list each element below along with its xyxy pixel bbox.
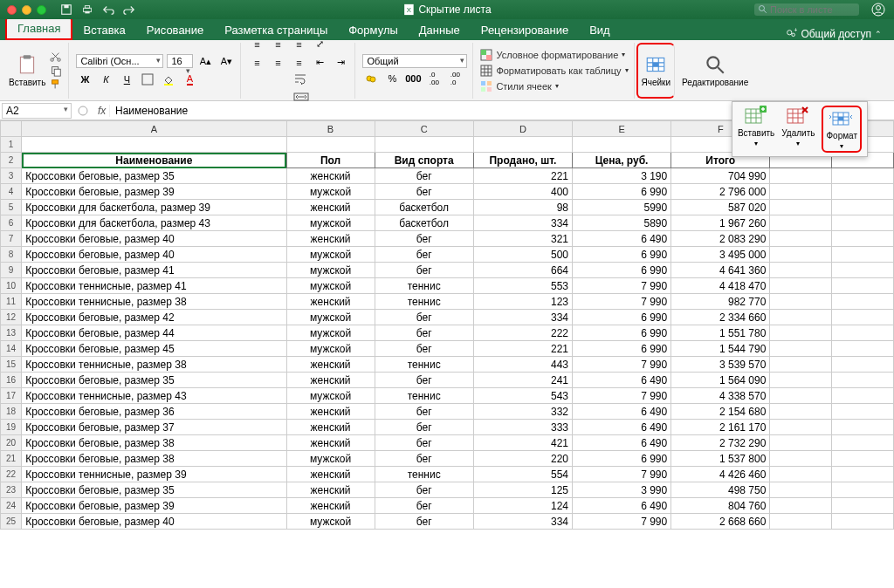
cell[interactable]: бег (375, 420, 473, 435)
cell[interactable]: 332 (473, 404, 572, 420)
row-header[interactable]: 18 (1, 404, 22, 420)
cell[interactable]: 500 (473, 247, 572, 263)
cell[interactable]: 1 967 260 (671, 215, 770, 231)
cell[interactable]: 400 (473, 184, 572, 200)
cell[interactable]: 1 551 780 (671, 325, 770, 341)
cell[interactable]: бег (375, 247, 473, 263)
cell[interactable]: Кроссовки беговые, размер 38 (22, 435, 286, 451)
row-header[interactable]: 20 (1, 435, 22, 451)
cell[interactable]: бег (375, 498, 473, 514)
cell[interactable]: Кроссовки беговые, размер 36 (22, 404, 286, 420)
cell[interactable]: 3 190 (572, 168, 670, 184)
cell[interactable]: баскетбол (375, 200, 473, 215)
table-header-cell[interactable]: Продано, шт. (473, 153, 572, 168)
fill-color-button[interactable] (160, 72, 177, 87)
cell[interactable]: Кроссовки беговые, размер 39 (22, 498, 286, 514)
row-header[interactable]: 4 (1, 184, 22, 200)
italic-button[interactable]: К (97, 72, 114, 87)
decrease-decimal-icon[interactable]: .00.0 (446, 71, 464, 86)
cell[interactable]: бег (375, 325, 473, 341)
cell[interactable]: женский (286, 231, 375, 247)
cell[interactable]: 123 (473, 294, 572, 310)
col-header[interactable]: E (572, 121, 670, 137)
currency-icon[interactable] (362, 71, 380, 86)
number-format-combo[interactable]: Общий (362, 54, 467, 68)
cell[interactable]: 4 426 460 (671, 467, 770, 482)
cell[interactable]: Кроссовки беговые, размер 35 (22, 373, 286, 388)
cell[interactable]: 333 (473, 420, 572, 435)
cell[interactable]: баскетбол (375, 215, 473, 231)
cell[interactable]: бег (375, 310, 473, 325)
tab-view[interactable]: Вид (579, 20, 621, 40)
tab-draw[interactable]: Рисование (136, 20, 214, 40)
cell[interactable]: 1 544 790 (671, 341, 770, 357)
row-header[interactable]: 2 (1, 153, 22, 168)
cell[interactable]: Кроссовки теннисные, размер 39 (22, 467, 286, 482)
cell[interactable]: бег (375, 184, 473, 200)
cell[interactable]: 6 490 (572, 404, 670, 420)
tab-insert[interactable]: Вставка (72, 20, 135, 40)
cell[interactable]: 421 (473, 435, 572, 451)
cell[interactable]: женский (286, 200, 375, 215)
border-button[interactable] (139, 72, 156, 87)
popup-format-button[interactable]: Формат▾ (822, 106, 862, 153)
font-name-combo[interactable]: Calibri (Осн... (76, 54, 163, 68)
cell[interactable]: мужской (286, 325, 375, 341)
cell[interactable]: 2 083 290 (671, 231, 770, 247)
cell[interactable]: 6 490 (572, 231, 670, 247)
row-header[interactable]: 12 (1, 310, 22, 325)
cell[interactable]: бег (375, 373, 473, 388)
copy-icon[interactable] (49, 65, 63, 77)
cell[interactable]: 6 990 (572, 310, 670, 325)
conditional-formatting-button[interactable]: Условное форматирование▾ (480, 48, 628, 62)
col-header[interactable]: D (473, 121, 572, 137)
save-icon[interactable] (60, 3, 72, 16)
cell[interactable]: Кроссовки теннисные, размер 41 (22, 278, 286, 294)
name-box[interactable]: A2 (2, 103, 72, 119)
cell[interactable]: теннис (375, 278, 473, 294)
cell[interactable]: бег (375, 168, 473, 184)
cell[interactable]: 6 990 (572, 247, 670, 263)
cut-icon[interactable] (49, 51, 63, 63)
cell[interactable]: бег (375, 231, 473, 247)
align-left-icon[interactable]: ≡ (248, 55, 265, 71)
cell[interactable]: бег (375, 435, 473, 451)
cell[interactable]: 664 (473, 263, 572, 278)
row-header[interactable]: 6 (1, 215, 22, 231)
row-header[interactable]: 9 (1, 263, 22, 278)
row-header[interactable]: 15 (1, 357, 22, 373)
cell[interactable]: 7 990 (572, 467, 670, 482)
cell[interactable]: 6 990 (572, 341, 670, 357)
undo-icon[interactable] (102, 3, 114, 16)
row-header[interactable]: 19 (1, 420, 22, 435)
cell[interactable]: 7 990 (572, 357, 670, 373)
decrease-indent-icon[interactable]: ⇤ (311, 55, 328, 71)
row-header[interactable]: 5 (1, 200, 22, 215)
cell[interactable]: мужской (286, 451, 375, 467)
cell[interactable]: Кроссовки беговые, размер 40 (22, 247, 286, 263)
cell[interactable]: Кроссовки для баскетбола, размер 43 (22, 215, 286, 231)
table-header-cell[interactable]: Наименование (22, 153, 286, 168)
row-header[interactable]: 25 (1, 514, 22, 530)
popup-insert-button[interactable]: Вставить▾ (738, 106, 774, 153)
align-middle-icon[interactable]: ≡ (269, 37, 286, 52)
cell[interactable]: 5990 (572, 200, 670, 215)
cell[interactable]: 7 990 (572, 278, 670, 294)
cell[interactable]: 498 750 (671, 482, 770, 498)
cell[interactable]: 2 732 290 (671, 435, 770, 451)
fx-icon[interactable]: fx (93, 105, 110, 117)
share-button[interactable]: + Общий доступ ⌃ (785, 28, 889, 40)
cell[interactable]: 2 334 660 (671, 310, 770, 325)
cell[interactable]: 222 (473, 325, 572, 341)
cell[interactable]: мужской (286, 184, 375, 200)
row-header[interactable]: 3 (1, 168, 22, 184)
user-icon[interactable] (871, 3, 885, 17)
row-header[interactable]: 1 (1, 137, 22, 153)
cell[interactable]: 321 (473, 231, 572, 247)
cell[interactable]: теннис (375, 357, 473, 373)
cell[interactable]: 1 564 090 (671, 373, 770, 388)
cell[interactable]: мужской (286, 310, 375, 325)
cell[interactable]: Кроссовки беговые, размер 42 (22, 310, 286, 325)
cancel-icon[interactable] (77, 105, 89, 117)
cell[interactable]: 6 990 (572, 325, 670, 341)
